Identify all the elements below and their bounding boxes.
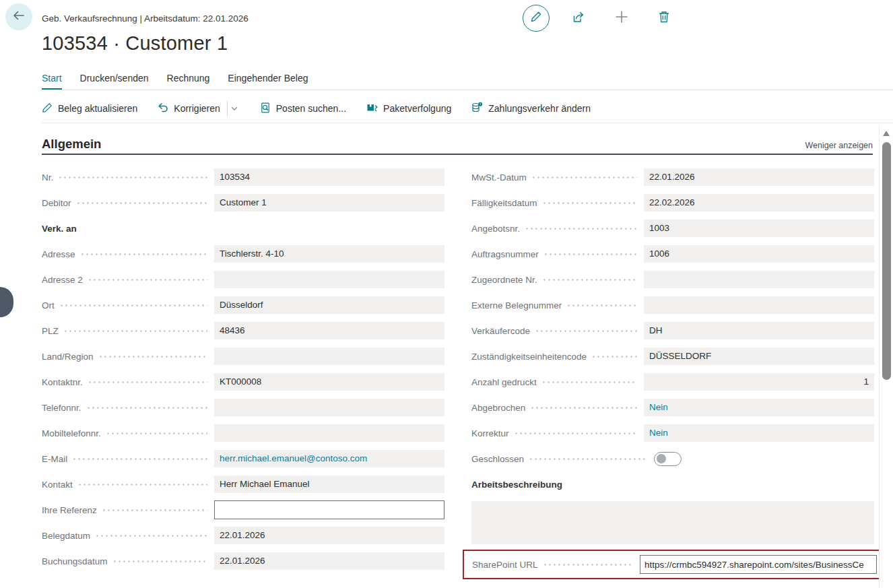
- field-value-belegdatum[interactable]: 22.01.2026: [214, 527, 444, 544]
- field-label: Fälligkeitsdatum: [471, 198, 537, 208]
- geschlossen-toggle[interactable]: [654, 452, 682, 466]
- pencil-icon: [530, 11, 542, 26]
- posten-suchen-button[interactable]: Posten suchen...: [260, 102, 346, 115]
- field-value-abgebrochen-link[interactable]: Nein: [644, 399, 874, 416]
- ihre-referenz-input[interactable]: [214, 500, 444, 519]
- arbeitsbeschreibung-textarea[interactable]: [471, 501, 874, 544]
- field-row-mwst-datum: MwSt.-Datum 22.01.2026: [471, 168, 874, 186]
- field-value-kontakt[interactable]: Herr Michael Emanuel: [214, 476, 444, 493]
- field-value-mwst-datum[interactable]: 22.01.2026: [644, 168, 874, 186]
- dotted-leader: [542, 271, 637, 288]
- action-label: Paketverfolgung: [383, 103, 451, 114]
- field-label: Nr.: [42, 172, 53, 183]
- field-value-plz[interactable]: 48436: [214, 322, 444, 339]
- sharepoint-url-input[interactable]: [640, 555, 877, 574]
- dotted-leader: [543, 555, 633, 574]
- field-label: Zuständigkeitseinheitencode: [471, 352, 587, 362]
- field-value-verkaeufercode[interactable]: DH: [644, 322, 874, 339]
- divider: [227, 101, 228, 116]
- field-row-debitor: Debitor Customer 1: [42, 194, 444, 211]
- dotted-leader: [112, 552, 207, 570]
- field-label: Debitor: [42, 198, 71, 208]
- new-button[interactable]: [614, 9, 629, 27]
- field-row-adresse: Adresse Tischlerstr. 4-10: [42, 245, 444, 263]
- field-label: MwSt.-Datum: [471, 172, 527, 183]
- back-button[interactable]: [5, 3, 32, 30]
- tab-start[interactable]: Start: [42, 73, 62, 90]
- zahlungsverkehr-aendern-button[interactable]: Zahlungsverkehr ändern: [471, 102, 591, 115]
- dotted-leader: [63, 322, 207, 339]
- field-value-adresse[interactable]: Tischlerstr. 4-10: [214, 245, 444, 263]
- action-label: Zahlungsverkehr ändern: [488, 103, 591, 114]
- general-fasttab: Nr. 103534 Debitor Customer 1 Verk. an A…: [42, 168, 874, 579]
- dotted-leader: [58, 168, 207, 186]
- action-label: Posten suchen...: [276, 103, 346, 114]
- field-value-faelligkeitsdatum[interactable]: 22.02.2026: [644, 194, 874, 211]
- korrigieren-button[interactable]: Korrigieren: [158, 101, 239, 116]
- field-label: Ort: [42, 300, 55, 311]
- field-value-ort[interactable]: Düsseldorf: [214, 296, 444, 314]
- field-value-telefonnr[interactable]: [214, 399, 444, 416]
- field-row-adresse-2: Adresse 2: [42, 271, 444, 288]
- group-header-label: Arbeitsbeschreibung: [471, 480, 562, 490]
- field-value-buchungsdatum[interactable]: 22.01.2026: [214, 552, 444, 570]
- field-value-korrektur-link[interactable]: Nein: [644, 424, 874, 442]
- field-label: Externe Belegnummer: [471, 300, 562, 311]
- field-label: Abgebrochen: [471, 403, 525, 413]
- field-value-email-link[interactable]: herr.michael.emanuel@contoso.com: [214, 450, 444, 467]
- field-row-buchungsdatum: Buchungsdatum 22.01.2026: [42, 552, 444, 570]
- dotted-leader: [59, 296, 207, 314]
- dotted-leader: [566, 296, 637, 314]
- beleg-aktualisieren-button[interactable]: Beleg aktualisieren: [42, 102, 137, 115]
- field-row-anzahl-gedruckt: Anzahl gedruckt 1: [471, 373, 874, 391]
- tab-rechnung[interactable]: Rechnung: [167, 73, 210, 90]
- field-value-externe-belegnummer[interactable]: [644, 296, 874, 314]
- field-value-zustaendigkeitseinheitencode[interactable]: DÜSSELDORF: [644, 348, 874, 365]
- field-value-zugeordnete-nr[interactable]: [644, 271, 874, 288]
- tab-eingehender-beleg[interactable]: Eingehender Beleg: [228, 73, 308, 90]
- paketverfolgung-button[interactable]: Paketverfolgung: [366, 102, 451, 115]
- field-value-land-region[interactable]: [214, 348, 444, 365]
- field-value-auftragsnummer[interactable]: 1006: [644, 245, 874, 263]
- field-row-externe-belegnummer: Externe Belegnummer: [471, 296, 874, 314]
- field-row-zustaendigkeitseinheitencode: Zuständigkeitseinheitencode DÜSSELDORF: [471, 348, 874, 365]
- field-value-nr[interactable]: 103534: [214, 168, 444, 186]
- action-label: Beleg aktualisieren: [58, 103, 137, 114]
- delete-button[interactable]: [657, 10, 671, 26]
- dotted-leader: [531, 168, 637, 186]
- left-pane-expand-handle[interactable]: [0, 287, 13, 317]
- field-value-angebotsnr[interactable]: 1003: [644, 220, 874, 237]
- show-less-link[interactable]: Weniger anzeigen: [805, 141, 873, 150]
- field-label: E-Mail: [42, 454, 67, 464]
- field-row-mobiltelefonnr: Mobiltelefonnr.: [42, 424, 444, 442]
- share-button[interactable]: [572, 9, 587, 27]
- action-bar: Beleg aktualisieren Korrigieren: [42, 94, 893, 123]
- korrigieren-dropdown-button[interactable]: [229, 103, 240, 114]
- package-icon: [366, 102, 378, 115]
- field-value-kontaktnr[interactable]: KT000008: [214, 373, 444, 391]
- section-title-allgemein: Allgemein: [42, 137, 101, 152]
- field-label: Anzahl gedruckt: [471, 377, 537, 387]
- field-value-anzahl-gedruckt[interactable]: 1: [644, 373, 874, 391]
- breadcrumb-caption: Geb. Verkaufsrechnung | Arbeitsdatum: 22…: [42, 13, 249, 24]
- field-label: Kontakt: [42, 480, 73, 490]
- tab-drucken-senden[interactable]: Drucken/senden: [80, 73, 149, 90]
- field-row-ort: Ort Düsseldorf: [42, 296, 444, 314]
- dotted-leader: [80, 245, 207, 263]
- field-row-kontakt: Kontakt Herr Michael Emanuel: [42, 476, 444, 493]
- document-search-icon: [260, 102, 271, 115]
- ribbon-tabs: Start Drucken/senden Rechnung Eingehende…: [42, 73, 893, 90]
- pencil-icon: [42, 102, 53, 115]
- field-value-debitor[interactable]: Customer 1: [214, 194, 444, 211]
- vertical-scrollbar[interactable]: [879, 125, 893, 588]
- field-label: Adresse: [42, 249, 75, 259]
- scrollbar-thumb[interactable]: [882, 142, 891, 380]
- edit-button[interactable]: [523, 5, 550, 32]
- field-value-adresse-2[interactable]: [214, 271, 444, 288]
- dotted-leader: [541, 373, 637, 391]
- dotted-leader: [98, 348, 207, 365]
- field-label: Belegdatum: [42, 531, 90, 541]
- field-label: Land/Region: [42, 352, 94, 362]
- scroll-up-arrow-icon[interactable]: [883, 131, 890, 136]
- field-value-mobiltelefonnr[interactable]: [214, 424, 444, 442]
